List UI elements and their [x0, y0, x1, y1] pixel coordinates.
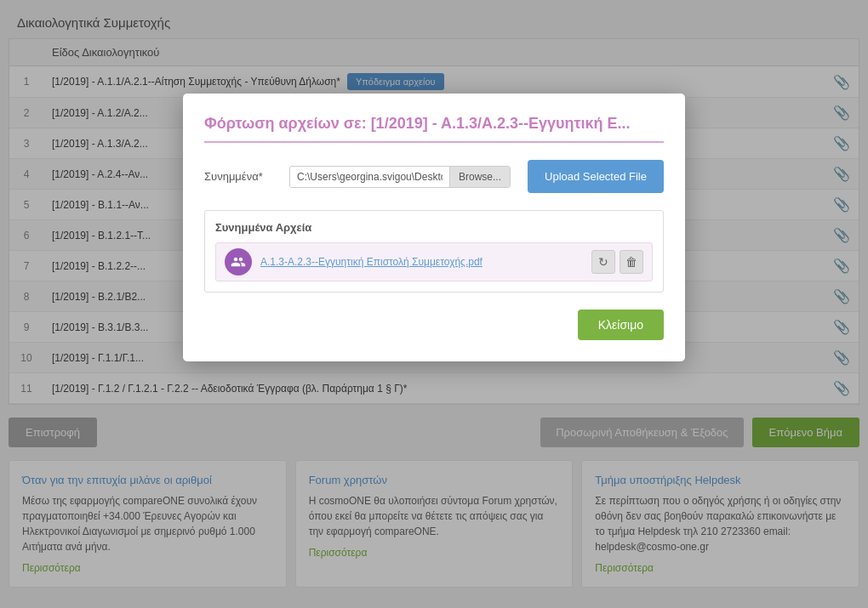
modal-title: Φόρτωση αρχείων σε: [1/2019] - Α.1.3/Α.2…: [204, 115, 664, 143]
browse-button[interactable]: Browse...: [449, 167, 510, 187]
modal-field-row: Συνημμένα* Browse... Upload Selected Fil…: [204, 160, 664, 193]
modal-field-label: Συνημμένα*: [204, 170, 281, 183]
file-actions: ↻ 🗑: [591, 250, 643, 274]
modal-footer: Κλείσιμο: [204, 310, 664, 340]
upload-selected-button[interactable]: Upload Selected File: [528, 160, 664, 193]
file-type-icon: [225, 248, 252, 276]
file-path-input[interactable]: [290, 167, 449, 187]
refresh-file-button[interactable]: ↻: [591, 250, 615, 274]
modal-overlay: Φόρτωση αρχείων σε: [1/2019] - Α.1.3/Α.2…: [0, 0, 868, 608]
attached-files-section: Συνημμένα Αρχεία A.1.3-A.2.3--Εγγυητική …: [204, 210, 664, 293]
page-wrapper: Δικαιολογητικά Συμμετοχής Είδος Δικαιολο…: [0, 0, 868, 608]
close-modal-button[interactable]: Κλείσιμο: [578, 310, 664, 340]
upload-modal: Φόρτωση αρχείων σε: [1/2019] - Α.1.3/Α.2…: [183, 94, 685, 361]
attached-file-row: A.1.3-A.2.3--Εγγυητική Επιστολή Συμμετοχ…: [215, 242, 653, 281]
delete-file-button[interactable]: 🗑: [620, 250, 643, 274]
attached-file-name[interactable]: A.1.3-A.2.3--Εγγυητική Επιστολή Συμμετοχ…: [260, 256, 591, 268]
attached-files-title: Συνημμένα Αρχεία: [215, 221, 653, 234]
modal-input-group: Browse...: [289, 166, 511, 188]
